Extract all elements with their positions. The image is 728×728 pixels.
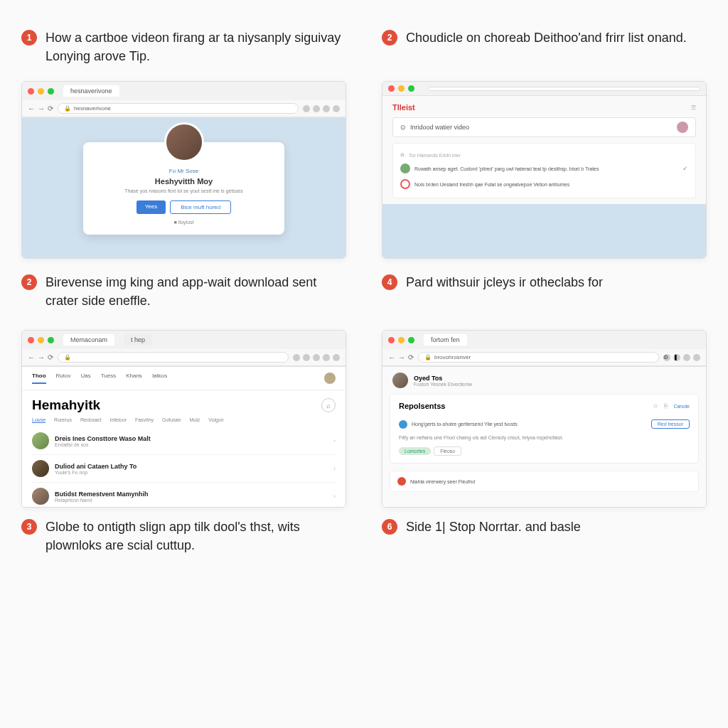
page-heading: Hemahyitk ⌕ xyxy=(22,390,346,417)
card-footer: ■ Iloylost xyxy=(96,220,271,225)
ext-icon[interactable] xyxy=(303,105,310,112)
panel-link[interactable]: Canote xyxy=(673,404,690,409)
nav-tab[interactable]: Iatkos xyxy=(152,373,167,384)
ext-icon[interactable] xyxy=(313,105,320,112)
address-bar[interactable]: 🔒 xyxy=(58,352,289,363)
list-item[interactable]: Duliod ani Cataen Lathy ToYuule's Fo nop… xyxy=(32,455,336,483)
close-dot[interactable] xyxy=(28,337,34,343)
subtab[interactable]: Inteloor xyxy=(110,417,127,423)
ext-icon[interactable] xyxy=(303,354,310,361)
address-bar[interactable]: 🔒hesnaverivone xyxy=(58,103,299,114)
browser-tab[interactable]: fortom fen xyxy=(424,334,467,346)
nav-icons: ←→⟳ xyxy=(388,353,414,361)
fwd-icon[interactable]: → xyxy=(38,105,45,112)
ext-icon[interactable] xyxy=(333,354,340,361)
page-content: Thoo Rutov Uas Tuess Khans Iatkos Hemahy… xyxy=(22,367,346,507)
titlebar xyxy=(382,82,706,95)
ext-icon[interactable] xyxy=(683,354,690,361)
step-1: 1 How a cartboe videon firang ar ta niys… xyxy=(21,28,346,259)
close-dot[interactable] xyxy=(28,88,34,95)
subtab[interactable]: Fasvitny xyxy=(135,417,154,423)
toolbar: ←→⟳ 🔒brovohrosnver ⊙❚ xyxy=(382,349,706,366)
subtab[interactable]: Volgon xyxy=(208,417,223,423)
bookmark-icon[interactable]: ☆ xyxy=(653,402,658,410)
alert-row: Niahla virerwery seer Fleufnd xyxy=(390,471,699,492)
max-dot[interactable] xyxy=(48,337,54,343)
browser-window-4: fortom fen ←→⟳ 🔒brovohrosnver ⊙❚ Oyed To… xyxy=(382,330,707,508)
back-icon[interactable]: ← xyxy=(28,105,35,112)
ext-icon[interactable]: ❚ xyxy=(673,354,680,361)
ext-icon[interactable] xyxy=(333,105,340,112)
nav-tab[interactable]: Thoo xyxy=(32,373,46,384)
profile-card: Fo Mr Sose Heshyvitth Moy Thase yos rvas… xyxy=(83,142,284,235)
list-item[interactable]: Dreis Ines Consttore Waso MaltEndatisi d… xyxy=(32,427,336,455)
search-icon: ⊙ xyxy=(400,124,406,131)
profile-sub: Fostoh Yesnek Etvectemw xyxy=(414,382,472,387)
primary-button[interactable]: Yees xyxy=(136,200,166,214)
secondary-button[interactable]: Bice muft hored xyxy=(170,200,231,214)
extension-icons xyxy=(293,354,340,361)
reload-icon[interactable]: ⟳ xyxy=(408,353,414,361)
min-dot[interactable] xyxy=(398,337,405,343)
result-row[interactable]: ⊙Tor Hanseols Eridn lner xyxy=(400,149,688,161)
ext-icon[interactable] xyxy=(313,354,320,361)
toolbar: ←→⟳ 🔒 xyxy=(22,349,346,366)
subtab[interactable]: Mulz xyxy=(189,417,200,423)
browser-chrome: fortom fen ←→⟳ 🔒brovohrosnver ⊙❚ xyxy=(382,331,706,367)
result-row[interactable]: Nois brden Uesiand treshh qae Futal se o… xyxy=(400,176,688,192)
copy-icon[interactable]: ⎘ xyxy=(664,402,668,410)
address-bar[interactable]: 🔒brovohrosnver xyxy=(418,352,659,363)
menu-icon[interactable]: ☰ xyxy=(691,105,696,111)
min-dot[interactable] xyxy=(38,88,44,95)
alert-icon xyxy=(397,477,406,486)
nav-tab[interactable]: Uas xyxy=(80,373,90,384)
back-icon[interactable]: ← xyxy=(28,353,35,361)
max-dot[interactable] xyxy=(408,85,414,92)
search-bar[interactable]: ⊙Inridood watier video xyxy=(392,117,696,137)
browser-tab[interactable]: hesnaverivone xyxy=(63,85,119,97)
tag-pill[interactable]: Fleoso xyxy=(434,446,461,456)
browser-window-2: Tlleist ☰ ⊙Inridood watier video ⊙Tor Ha… xyxy=(382,81,707,259)
nav-tab[interactable]: Khans xyxy=(126,373,142,384)
reload-icon[interactable]: ⟳ xyxy=(48,105,53,112)
fwd-icon[interactable]: → xyxy=(398,353,405,361)
fwd-icon[interactable]: → xyxy=(38,353,45,361)
panel: Repolsentss ☆⎘Canote Hong'gerts to-shotr… xyxy=(390,394,699,464)
close-dot[interactable] xyxy=(388,85,395,92)
min-dot[interactable] xyxy=(38,337,44,343)
titlebar: hesnaverivone xyxy=(22,82,346,100)
max-dot[interactable] xyxy=(408,337,414,343)
step-header: 3 Globe to ontigth slign app tilk dool's… xyxy=(21,518,346,560)
browser-tab[interactable]: t hep xyxy=(124,334,152,346)
tag-pill[interactable]: Lomortes xyxy=(399,447,431,455)
subtab[interactable]: Gofusan xyxy=(162,417,181,423)
step-badge: 4 xyxy=(382,274,397,290)
list-item[interactable]: Butidst Remestvent MamynhihRelaprtcon Na… xyxy=(32,483,336,507)
nav-tab[interactable]: Rutov xyxy=(56,373,71,384)
ext-icon[interactable] xyxy=(293,354,300,361)
reload-icon[interactable]: ⟳ xyxy=(48,353,53,361)
close-dot[interactable] xyxy=(388,337,395,343)
avatar[interactable] xyxy=(324,373,336,384)
browser-tab[interactable]: Memaconam xyxy=(63,334,114,346)
ext-icon[interactable]: ⊙ xyxy=(663,354,670,361)
search-icon[interactable]: ⌕ xyxy=(321,398,336,412)
ext-icon[interactable] xyxy=(323,105,330,112)
max-dot[interactable] xyxy=(48,88,54,95)
subtab[interactable]: Redosact xyxy=(80,417,102,423)
back-icon[interactable]: ← xyxy=(388,353,395,361)
action-button[interactable]: Red tressor xyxy=(651,419,690,429)
info-icon xyxy=(399,420,407,429)
result-row[interactable]: Rowath ansep aget. Custord 'pitred' parg… xyxy=(400,161,688,176)
subtab[interactable]: Louse xyxy=(32,417,46,423)
profile-name: Oyed Tos xyxy=(414,375,472,382)
min-dot[interactable] xyxy=(398,85,405,92)
ext-icon[interactable] xyxy=(323,354,330,361)
nav-tab[interactable]: Tuess xyxy=(101,373,117,384)
avatar xyxy=(677,122,688,133)
address-bar[interactable] xyxy=(428,87,700,91)
panel-desc: Fitfy an nefians une Fhod chaing ols ast… xyxy=(399,432,690,443)
subtab[interactable]: Rurerus xyxy=(54,417,72,423)
card-name: Heshyvitth Moy xyxy=(96,177,271,186)
ext-icon[interactable] xyxy=(693,354,700,361)
